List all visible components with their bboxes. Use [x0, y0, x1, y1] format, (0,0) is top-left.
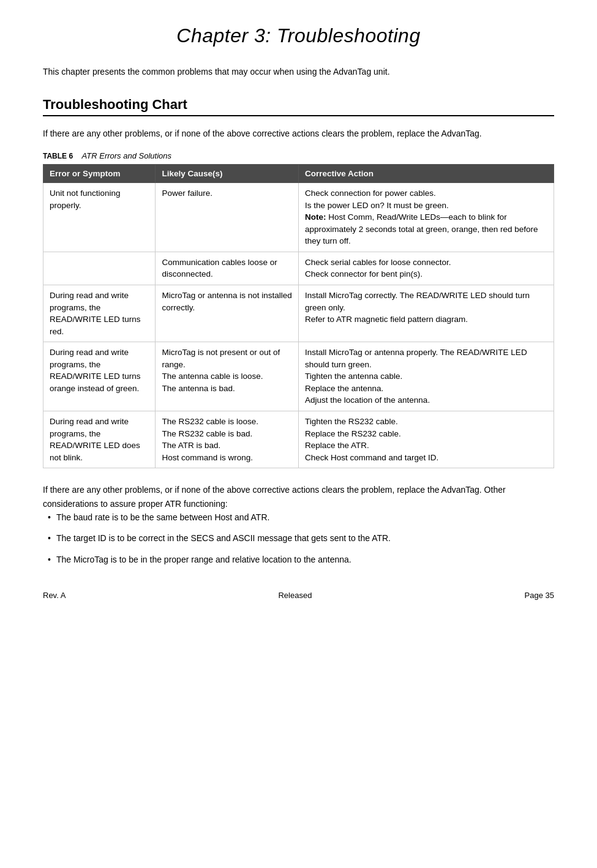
footer-center: Released — [278, 591, 312, 600]
footer-left: Rev. A — [43, 591, 66, 600]
cell-symptom: During read and write programs, the READ… — [43, 285, 156, 342]
list-item: The target ID is to be correct in the SE… — [43, 531, 554, 545]
table-caption: TABLE 6 ATR Errors and Solutions — [43, 151, 554, 160]
list-item: The MicroTag is to be in the proper rang… — [43, 553, 554, 566]
table-row: Communication cables loose or disconnect… — [43, 252, 554, 285]
cell-action: Check connection for power cables. Is th… — [298, 183, 554, 252]
closing-section: If there are any other problems, or if n… — [43, 483, 554, 566]
footer-right: Page 35 — [525, 591, 554, 600]
table-row: During read and write programs, the READ… — [43, 285, 554, 342]
section-title: Troubleshooting Chart — [43, 97, 554, 113]
bullet-list: The baud rate is to be the same between … — [43, 511, 554, 566]
cell-symptom: Unit not functioning properly. — [43, 183, 156, 252]
cell-action: Tighten the RS232 cable. Replace the RS2… — [298, 411, 554, 468]
section-intro: If there are any other problems, or if n… — [43, 127, 554, 140]
cell-action: Install MicroTag correctly. The READ/WRI… — [298, 285, 554, 342]
table-caption-label: TABLE 6 — [43, 152, 73, 160]
col-header-cause: Likely Cause(s) — [156, 165, 299, 183]
cell-action: Check serial cables for loose connector.… — [298, 252, 554, 285]
page-footer: Rev. A Released Page 35 — [43, 591, 554, 600]
atr-errors-table: Error or Symptom Likely Cause(s) Correct… — [43, 164, 554, 468]
cell-cause: MicroTag is not present or out of range.… — [156, 342, 299, 411]
intro-paragraph: This chapter presents the common problem… — [43, 65, 554, 78]
closing-paragraph: If there are any other problems, or if n… — [43, 483, 554, 511]
list-item: The baud rate is to be the same between … — [43, 511, 554, 524]
table-row: During read and write programs, the READ… — [43, 342, 554, 411]
cell-symptom: During read and write programs, the READ… — [43, 342, 156, 411]
table-row: During read and write programs, the READ… — [43, 411, 554, 468]
cell-cause: The RS232 cable is loose. The RS232 cabl… — [156, 411, 299, 468]
chapter-title: Chapter 3: Troubleshooting — [43, 24, 554, 47]
table-header-row: Error or Symptom Likely Cause(s) Correct… — [43, 165, 554, 183]
cell-symptom: During read and write programs, the READ… — [43, 411, 156, 468]
cell-cause: Power failure. — [156, 183, 299, 252]
table-row: Unit not functioning properly. Power fai… — [43, 183, 554, 252]
note-label: Note: — [305, 212, 326, 222]
section-header: Troubleshooting Chart — [43, 97, 554, 116]
cell-cause: MicroTag or antenna is not installed cor… — [156, 285, 299, 342]
col-header-symptom: Error or Symptom — [43, 165, 156, 183]
col-header-action: Corrective Action — [298, 165, 554, 183]
cell-action: Install MicroTag or antenna properly. Th… — [298, 342, 554, 411]
table-caption-title: ATR Errors and Solutions — [82, 151, 171, 160]
cell-cause: Communication cables loose or disconnect… — [156, 252, 299, 285]
cell-symptom — [43, 252, 156, 285]
